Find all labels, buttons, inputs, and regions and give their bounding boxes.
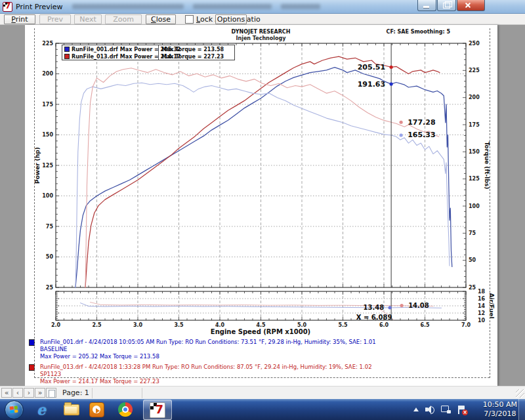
chart-legend: RunFile_001.drf Max Power = 205.32 Max T… (62, 45, 235, 60)
window-controls (417, 0, 486, 11)
power-axis-title: Power (hp) (34, 147, 41, 184)
svg-text:225: 225 (469, 68, 480, 74)
app-icon (3, 2, 12, 12)
show-desktop-button[interactable] (518, 399, 525, 420)
windows-flag-icon (10, 406, 18, 413)
system-tray: × (413, 399, 466, 420)
svg-text:6.0: 6.0 (379, 322, 389, 328)
svg-text:5.0: 5.0 (297, 322, 307, 328)
svg-text:175: 175 (469, 122, 480, 128)
resize-grip[interactable] (516, 389, 524, 398)
legend-divider (158, 45, 159, 60)
svg-text:50: 50 (469, 257, 476, 263)
status-bar: « ‹ › » Page: 1 (0, 386, 525, 400)
svg-text:X = 6.089: X = 6.089 (356, 314, 392, 321)
run2-max-torque: Max Torque = 227.23 (161, 54, 224, 60)
svg-text:125: 125 (469, 176, 480, 182)
prev-button[interactable]: Prev (39, 14, 71, 24)
statusbar-divider (92, 388, 93, 398)
svg-text:150: 150 (42, 132, 53, 138)
bottom-margin-guide (34, 377, 490, 378)
run1-conditions: RunFile_001.drf - 4/24/2018 10:05:05 AM … (40, 339, 376, 346)
folder-icon (64, 404, 79, 415)
close-window-button[interactable] (457, 0, 485, 11)
svg-text:200: 200 (42, 71, 53, 77)
clock-date: 7/3/2018 (483, 410, 517, 419)
restore-icon (443, 3, 450, 9)
svg-text:13.48: 13.48 (363, 304, 384, 311)
svg-text:200: 200 (469, 94, 480, 100)
first-page-button[interactable]: « (1, 388, 12, 398)
svg-text:3.0: 3.0 (133, 322, 143, 328)
statusbar-divider (142, 388, 142, 398)
file-explorer-icon[interactable] (62, 401, 81, 418)
run1-file: RunFile_001.drf (72, 47, 118, 52)
next-button[interactable]: Next (74, 14, 102, 24)
svg-text:165.33: 165.33 (408, 131, 435, 139)
taskbar-clock[interactable]: 10:50 AM 7/3/2018 (483, 400, 517, 419)
preview-area: DYNOJET RESEARCH Injen Technology CF: SA… (0, 25, 525, 386)
svg-text:10: 10 (478, 318, 486, 324)
last-page-button[interactable]: » (35, 388, 45, 398)
redacted-title-text (193, 4, 272, 9)
run2-conditions: RunFile_013.drf - 4/24/2018 1:33:28 PM R… (40, 364, 372, 371)
right-margin-guide (490, 28, 490, 378)
prev-page-button[interactable]: ‹ (12, 388, 23, 398)
svg-text:75: 75 (469, 230, 476, 236)
left-margin-guide (34, 28, 35, 378)
svg-text:6.5: 6.5 (420, 322, 430, 328)
chrome-icon[interactable] (116, 401, 135, 418)
restore-button[interactable] (437, 0, 456, 11)
document-icon (49, 390, 55, 398)
zoom-out-button[interactable]: Zoom Out (105, 14, 142, 24)
minimize-button[interactable] (417, 0, 436, 11)
run2-details: RunFile_013.drf - 4/24/2018 1:33:28 PM R… (29, 364, 376, 385)
internet-explorer-icon[interactable]: e (32, 401, 51, 418)
svg-text:25: 25 (46, 285, 54, 291)
action-center-flag-icon[interactable]: × (457, 406, 466, 414)
svg-text:125: 125 (42, 163, 53, 169)
svg-text:16: 16 (478, 296, 486, 302)
svg-text:4.0: 4.0 (215, 322, 225, 328)
run2-max-values: Max Power = 214.17 Max Torque = 227.23 (40, 378, 372, 385)
page-number-label: Page: 1 (62, 388, 89, 397)
network-icon[interactable] (441, 406, 451, 413)
media-player-icon[interactable] (87, 401, 106, 418)
run2-file: RunFile_013.drf (72, 54, 118, 60)
svg-text:100: 100 (42, 193, 53, 199)
svg-text:177.28: 177.28 (408, 118, 435, 127)
start-button[interactable] (5, 400, 24, 419)
svg-text:205.51: 205.51 (358, 63, 385, 72)
svg-text:14.08: 14.08 (408, 302, 429, 309)
run1-max-values: Max Power = 205.32 Max Torque = 213.58 (40, 353, 376, 360)
play-icon (89, 402, 104, 417)
tray-expand-icon[interactable] (413, 408, 419, 411)
svg-text:25: 25 (469, 285, 476, 291)
run1-details: RunFile_001.drf - 4/24/2018 10:05:05 AM … (29, 339, 376, 360)
svg-text:225: 225 (42, 41, 53, 47)
svg-text:2.0: 2.0 (51, 322, 61, 328)
print-button[interactable]: Print (4, 14, 35, 24)
next-page-button[interactable]: › (24, 388, 34, 398)
svg-text:75: 75 (46, 224, 54, 230)
lock-aspect-ratio-checkbox[interactable] (185, 15, 194, 24)
redacted-title-text (281, 4, 320, 9)
chrome-logo-icon (118, 402, 133, 417)
legend-row: RunFile_001.drf Max Power = 205.32 Max T… (62, 45, 234, 52)
run1-max-torque: Max Torque = 213.58 (161, 47, 224, 52)
close-button[interactable]: Close (146, 14, 176, 24)
svg-text:7.0: 7.0 (461, 322, 471, 328)
volume-icon[interactable] (425, 406, 434, 413)
minimize-icon (423, 6, 429, 8)
title-bar: Print Preview (0, 0, 525, 14)
svg-text:4.5: 4.5 (256, 322, 266, 328)
options-button[interactable]: Options (215, 14, 247, 24)
print-preview-window: Print Preview Print Prev Next Zoom Out C… (0, 0, 525, 420)
run2-legend-marker (64, 54, 70, 59)
dynojet-winpep-task-button[interactable] (143, 400, 172, 420)
toolbar: Print Prev Next Zoom Out Close Lock Aspe… (0, 14, 525, 25)
redacted-title-text (72, 4, 184, 9)
x-axis-title: Engine Speed (RPM x1000) (211, 328, 310, 335)
page-setup-button[interactable] (46, 388, 56, 398)
clock-time: 10:50 AM (483, 400, 517, 410)
